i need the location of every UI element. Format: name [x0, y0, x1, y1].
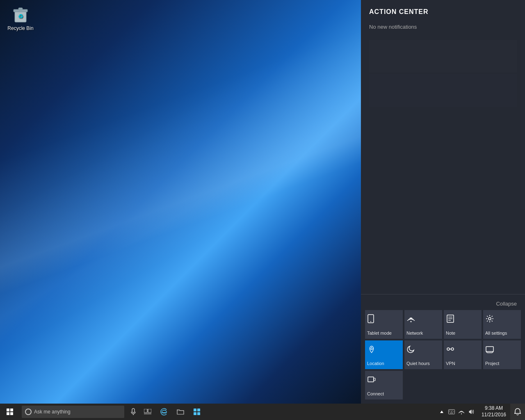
vpn-icon [446, 345, 455, 355]
action-center-panel: ACTION CENTER No new notifications Colla… [361, 0, 525, 404]
all-settings-label: All settings [485, 331, 507, 336]
microphone-button[interactable] [127, 406, 139, 418]
svg-point-11 [488, 317, 491, 320]
system-tray [436, 404, 477, 420]
file-explorer-button[interactable] [172, 404, 189, 420]
quick-action-tablet-mode[interactable]: Tablet mode [365, 310, 403, 339]
svg-rect-27 [132, 409, 135, 413]
svg-point-15 [451, 348, 454, 350]
store-button[interactable] [189, 404, 205, 420]
note-label: Note [446, 331, 455, 336]
network-icon [406, 314, 415, 324]
tablet-mode-label: Tablet mode [367, 331, 392, 336]
svg-point-6 [411, 321, 412, 322]
svg-rect-2 [18, 8, 23, 10]
quick-action-all-settings[interactable]: All settings [483, 310, 521, 339]
quiet-hours-label: Quiet hours [406, 361, 430, 366]
svg-point-5 [370, 321, 371, 322]
svg-text:♻: ♻ [18, 13, 23, 20]
svg-point-13 [371, 347, 372, 349]
svg-rect-25 [7, 412, 9, 415]
location-label: Location [367, 361, 384, 366]
project-icon [485, 345, 494, 355]
quick-action-network[interactable]: Network [404, 310, 442, 339]
tray-network-icon[interactable] [457, 404, 466, 420]
connect-icon [367, 375, 376, 385]
quick-action-project[interactable]: Project [483, 340, 521, 369]
tablet-mode-icon [367, 314, 376, 324]
desktop: ♻ Recycle Bin [0, 0, 361, 404]
quick-actions-grid: Tablet mode Network [365, 310, 521, 399]
recycle-bin-label: Recycle Bin [7, 25, 33, 31]
edge-browser-button[interactable] [156, 404, 172, 420]
notification-placeholder-2 [369, 74, 517, 107]
quick-action-location[interactable]: Location [365, 340, 403, 369]
tray-volume-icon[interactable] [467, 404, 475, 420]
svg-rect-32 [194, 409, 196, 411]
project-label: Project [485, 361, 499, 366]
svg-marker-36 [440, 411, 443, 413]
search-bar[interactable]: Ask me anything [22, 406, 124, 418]
tray-up-arrow[interactable] [438, 404, 446, 420]
connect-label: Connect [367, 391, 384, 396]
clock[interactable]: 9:38 AM 11/21/2016 [477, 404, 510, 420]
task-view-button[interactable] [139, 404, 156, 420]
note-icon [446, 314, 455, 324]
all-settings-icon [485, 314, 494, 324]
svg-rect-34 [194, 412, 196, 415]
taskbar-right: 9:38 AM 11/21/2016 [436, 404, 525, 420]
svg-rect-22 [374, 378, 375, 381]
svg-point-45 [461, 413, 462, 414]
no-notifications-text: No new notifications [361, 20, 525, 38]
start-button[interactable] [0, 404, 20, 420]
quick-action-connect[interactable]: Connect [365, 371, 403, 399]
quick-action-quiet-hours[interactable]: Quiet hours [404, 340, 442, 369]
action-center-title: ACTION CENTER [361, 0, 525, 20]
notification-placeholder-1 [369, 40, 517, 73]
clock-time: 9:38 AM [485, 405, 503, 412]
taskbar: Ask me anything [0, 404, 525, 420]
notifications-area [361, 38, 525, 294]
svg-rect-24 [10, 409, 13, 411]
notification-center-button[interactable] [510, 404, 525, 420]
vpn-label: VPN [446, 361, 455, 366]
svg-rect-21 [368, 377, 374, 382]
tray-keyboard-icon[interactable] [447, 404, 456, 420]
quick-action-note[interactable]: Note [444, 310, 482, 339]
search-placeholder: Ask me anything [34, 409, 71, 415]
quick-actions-section: Collapse Tablet mode [361, 294, 525, 404]
svg-point-14 [447, 348, 450, 350]
svg-rect-29 [144, 409, 147, 413]
svg-rect-33 [197, 409, 200, 411]
recycle-bin-icon[interactable]: ♻ Recycle Bin [4, 4, 37, 31]
collapse-button[interactable]: Collapse [365, 299, 521, 310]
svg-rect-23 [7, 409, 9, 411]
svg-rect-35 [197, 412, 200, 415]
quick-action-vpn[interactable]: VPN [444, 340, 482, 369]
location-icon [367, 345, 376, 355]
svg-rect-17 [486, 347, 493, 352]
svg-rect-26 [10, 412, 13, 415]
clock-date: 11/21/2016 [482, 412, 506, 418]
quiet-hours-icon [406, 345, 415, 355]
network-label: Network [406, 331, 423, 336]
search-circle-icon [25, 409, 32, 415]
svg-rect-30 [148, 409, 151, 413]
